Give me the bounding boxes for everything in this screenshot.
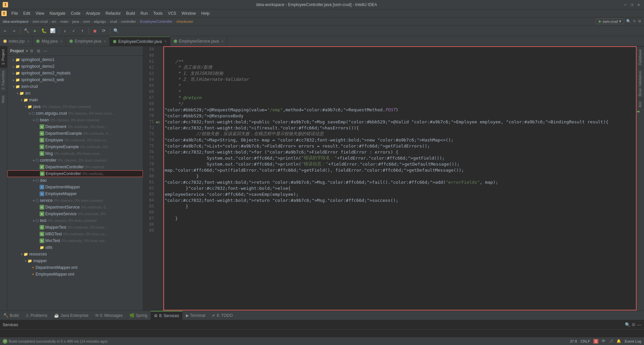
breadcrumb-atguigu[interactable]: atguigu: [94, 19, 106, 23]
panel-icon-hide[interactable]: —: [43, 48, 48, 54]
right-tab-ant[interactable]: Ant: [637, 99, 644, 110]
tree-item-service[interactable]: ▾⬡service 0% classes, 0% lines covered: [7, 197, 143, 204]
debug-button[interactable]: 🐛: [40, 27, 48, 35]
breadcrumb-crud[interactable]: crud: [110, 19, 117, 23]
bottom-tab-Spring[interactable]: 🌿Spring: [126, 311, 151, 320]
right-tab-bean-validation[interactable]: Bean Validation: [637, 68, 644, 99]
sidebar-tab-favorites[interactable]: 2: Favorites: [0, 67, 7, 92]
coverage-button[interactable]: 📊: [49, 27, 57, 35]
toolbar-sync-icon[interactable]: ↻: [633, 19, 636, 23]
menu-file[interactable]: File: [9, 10, 20, 16]
tree-item-MBGTest[interactable]: CMBGTest 0% methods, 0% lines co...: [7, 231, 143, 237]
tree-item-EmployeeMapper[interactable]: IEmployeeMapper: [7, 190, 143, 197]
tab-close[interactable]: ×: [60, 40, 62, 43]
stop-button[interactable]: ■: [91, 27, 99, 35]
tree-item-springboot_demo2[interactable]: ▸📁springboot_demo2: [7, 63, 143, 70]
tree-item-EmployeeService[interactable]: CEmployeeService 0% methods, 0%: [7, 211, 143, 217]
tree-item-Department[interactable]: CDepartment 0% methods, 0% lines...: [7, 123, 143, 130]
bottom-tab-Build[interactable]: 🔨Build: [0, 311, 22, 320]
menu-tools[interactable]: Tools: [151, 10, 165, 16]
menu-edit[interactable]: Edit: [20, 10, 33, 16]
tree-item-controller[interactable]: ▾⬡controller 0% classes, 0% lines covere…: [7, 157, 143, 164]
run-button[interactable]: ▶: [31, 27, 39, 35]
tree-item-EmployeeExample[interactable]: CEmployeeExample 0% methods, 0%: [7, 143, 143, 150]
breadcrumb-src[interactable]: src: [52, 19, 57, 23]
tree-item-MvcTest[interactable]: CMvcTest 0% methods, 0% lines cov...: [7, 237, 143, 244]
tree-item-java[interactable]: ▾📁java 0% classes, 0% lines covered: [7, 103, 143, 110]
bottom-tab----Messages[interactable]: ✉0: Messages: [92, 311, 126, 320]
sidebar-tab-project[interactable]: 1: Project: [0, 46, 7, 67]
tree-item-ssm-crud[interactable]: ▾📁ssm-crud: [7, 83, 143, 90]
tree-item-main[interactable]: ▾📁main: [7, 97, 143, 103]
maximize-button[interactable]: ❐: [629, 2, 635, 7]
tab-close[interactable]: ×: [221, 40, 223, 43]
tree-item-resources[interactable]: ▾📁resources: [7, 251, 143, 257]
event-log[interactable]: Event Log: [625, 339, 641, 343]
tab-close[interactable]: ×: [27, 40, 29, 43]
menu-build[interactable]: Build: [123, 10, 138, 16]
menu-run[interactable]: Run: [138, 10, 151, 16]
breadcrumb-ssm-crud[interactable]: ssm-crud: [33, 19, 48, 23]
code-view[interactable]: /** * 员工保存/新增 * 1、支持JSR303校验 * 2、导入Hiber…: [163, 46, 637, 233]
services-search-icon[interactable]: 🔍: [625, 322, 630, 327]
tree-item-DepartmentService[interactable]: CDepartmentService 0% methods, 0...: [7, 204, 143, 211]
back-button[interactable]: ←: [1, 27, 9, 35]
git-commit-button[interactable]: ✓: [70, 27, 78, 35]
menu-analyze[interactable]: Analyze: [83, 10, 103, 16]
tree-item-MapperTest[interactable]: CMapperTest 0% methods, 0% lines...: [7, 224, 143, 231]
minimize-button[interactable]: —: [623, 2, 628, 7]
tree-item-bean[interactable]: ▾⬡bean 0% classes, 0% lines covered: [7, 117, 143, 123]
menu-navigate[interactable]: Navigate: [47, 10, 68, 16]
bottom-tab----Services[interactable]: ⚙8: Services: [151, 311, 182, 320]
toolbar-search-icon[interactable]: 🔍: [626, 19, 631, 23]
tree-item-EmployeeMapper.xml[interactable]: ✦EmployeeMapper.xml: [7, 271, 143, 278]
menu-vcs[interactable]: VCS: [165, 10, 179, 16]
code-scroll-area[interactable]: /** * 员工保存/新增 * 1、支持JSR303校验 * 2、导入Hiber…: [163, 46, 637, 310]
breadcrumb-com[interactable]: com: [83, 19, 90, 23]
tab-close[interactable]: ×: [104, 40, 106, 43]
bottom-tab----TODO[interactable]: ✔6: TODO: [209, 311, 236, 320]
tree-item-dao[interactable]: ▾⬡dao: [7, 177, 143, 184]
tab-Msg-java[interactable]: Msg.java ×: [33, 37, 66, 46]
tree-item-src[interactable]: ▾📁src: [7, 90, 143, 97]
bottom-tab-Java-Enterprise[interactable]: ☕Java Enterprise: [51, 311, 92, 320]
right-tab-database[interactable]: Database: [637, 46, 644, 68]
run-config-dropdown[interactable]: ▶ ssm-crud ▾: [596, 18, 624, 24]
breadcrumb-checkuser[interactable]: checkuser: [176, 19, 193, 23]
sidebar-tab-web[interactable]: Web: [0, 93, 7, 106]
tree-item-Employee[interactable]: CEmployee 0% methods, 0% lines co...: [7, 137, 143, 143]
tab-index-jsp[interactable]: index.jsp ×: [0, 37, 33, 46]
menu-window[interactable]: Window: [179, 10, 199, 16]
tree-item-com.atguigu.crud[interactable]: ▾⬡com.atguigu.crud 0% classes, 0% lines …: [7, 110, 143, 117]
tree-item-test[interactable]: ▾⬡test 0% classes, 0% lines covered: [7, 217, 143, 224]
find-action-button[interactable]: 🔍: [112, 27, 120, 35]
panel-icon-layout[interactable]: ⊞: [36, 48, 41, 54]
close-button[interactable]: ✕: [636, 2, 641, 7]
bottom-tab-Terminal[interactable]: ▶Terminal: [182, 311, 209, 320]
tab-Employee-java[interactable]: Employee.java ×: [66, 37, 110, 46]
menu-refactor[interactable]: Refactor: [103, 10, 123, 16]
tree-item-mapper[interactable]: ▾📁mapper: [7, 257, 143, 264]
bottom-tab-Problems[interactable]: ⚠Problems: [22, 311, 51, 320]
tree-item-utils[interactable]: 📁utils: [7, 244, 143, 251]
tree-item-springboot_demo1[interactable]: ▸📁springboot_demo1: [7, 56, 143, 63]
breadcrumb-main[interactable]: main: [60, 19, 68, 23]
git-push-button[interactable]: ↑: [78, 27, 87, 35]
tree-item-DepartmentExample[interactable]: CDepartmentExample 0% methods, 0...: [7, 130, 143, 137]
breadcrumb-idea-workspace[interactable]: idea-workspace: [3, 19, 29, 23]
services-hide-icon[interactable]: —: [637, 322, 641, 327]
panel-icon-gear[interactable]: ⚙: [29, 48, 35, 54]
tab-EmployeeService-java[interactable]: EmployeeService.java ×: [170, 37, 227, 46]
notification-icon[interactable]: 🔔: [616, 339, 621, 343]
tab-EmployeeController-java[interactable]: EmployeeController.java ×: [110, 37, 170, 46]
tree-item-springboot_demo2_mybatis[interactable]: ▸📁springboot_demo2_mybatis: [7, 70, 143, 76]
menu-help[interactable]: Help: [199, 10, 212, 16]
tree-item-springboot_demo3_web[interactable]: ▸📁springboot_demo3_web: [7, 76, 143, 83]
git-update-button[interactable]: ↓: [61, 27, 69, 35]
tree-item-DepartmentMapper.xml[interactable]: ✦DepartmentMapper.xml: [7, 264, 143, 271]
rerun-button[interactable]: ⟳: [100, 27, 108, 35]
tree-item-EmployeeController[interactable]: CEmployeeController 0% methods,: [7, 170, 143, 177]
services-settings-icon[interactable]: ⚙: [632, 322, 636, 327]
forward-button[interactable]: →: [10, 27, 18, 35]
tree-item-DepartmentMapper[interactable]: IDepartmentMapper: [7, 184, 143, 190]
